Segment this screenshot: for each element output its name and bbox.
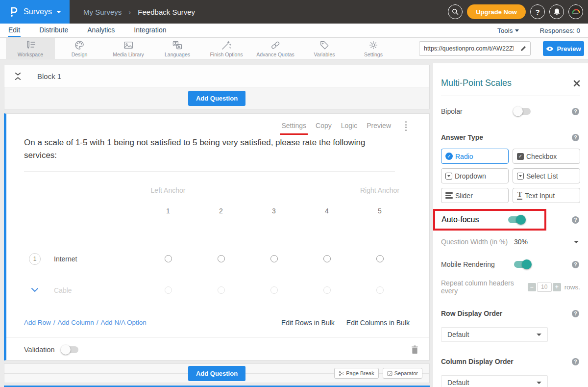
page-break-button[interactable]: Page Break [334, 368, 378, 379]
column-display-order-select[interactable]: Default [441, 375, 548, 387]
column-header[interactable]: 1 [142, 207, 195, 215]
repeat-headers-input[interactable] [537, 283, 552, 292]
edit-columns-bulk-link[interactable]: Edit Columns in Bulk [346, 319, 410, 327]
column-header[interactable]: 5 [353, 207, 406, 215]
validation-row: Validation [6, 338, 429, 354]
search-button[interactable] [448, 4, 463, 19]
answer-type-select-list[interactable]: Select List [513, 168, 580, 183]
left-anchor-label[interactable]: Left Anchor [142, 186, 195, 194]
notifications-button[interactable] [549, 4, 564, 19]
column-header[interactable]: 4 [300, 207, 353, 215]
question-width-value[interactable]: 30% [514, 238, 528, 246]
toolbar-media-library[interactable]: Media Library [104, 38, 153, 59]
toolbar-design[interactable]: Design [55, 38, 104, 59]
radio-option[interactable] [323, 286, 331, 294]
breadcrumb-my-surveys[interactable]: My Surveys [83, 8, 122, 16]
row-display-order-select[interactable]: Default [441, 327, 548, 342]
radio-option[interactable] [270, 255, 278, 262]
radio-option[interactable] [165, 286, 172, 294]
radio-option[interactable] [218, 255, 225, 262]
question-tab-preview[interactable]: Preview [367, 122, 391, 130]
radio-option[interactable] [376, 255, 384, 262]
mobile-rendering-toggle[interactable] [514, 261, 531, 268]
radio-option[interactable] [270, 286, 278, 294]
add-na-option-link[interactable]: Add N/A Option [101, 319, 147, 326]
avatar-logo-icon [570, 6, 581, 17]
question-tab-logic[interactable]: Logic [341, 122, 357, 130]
toolbar-settings[interactable]: Settings [349, 38, 398, 59]
more-options-icon[interactable] [404, 120, 408, 132]
block-title[interactable]: Block 1 [37, 72, 61, 80]
row-number-badge[interactable]: 1 [29, 253, 41, 265]
toolbar-variables[interactable]: Variables [300, 38, 349, 59]
help-icon[interactable] [572, 216, 579, 224]
toolbar-workspace[interactable]: Workspace [6, 38, 55, 59]
column-header[interactable]: 3 [247, 207, 300, 215]
mobile-rendering-label: Mobile Rendering [441, 260, 514, 268]
collapse-block-button[interactable] [14, 72, 22, 80]
answer-type-dropdown[interactable]: Dropdown [441, 168, 509, 183]
answer-type-radio[interactable]: ✓ Radio [441, 149, 509, 164]
edit-url-button[interactable] [516, 42, 530, 55]
add-question-button-bottom[interactable]: Add Question [188, 366, 245, 381]
row-expand-button[interactable] [29, 288, 41, 292]
tab-analytics[interactable]: Analytics [87, 24, 115, 37]
stepper-minus-button[interactable]: – [528, 283, 536, 291]
radio-option[interactable] [165, 255, 172, 262]
help-icon[interactable] [572, 358, 579, 365]
text-input-icon: T [517, 191, 522, 200]
auto-focus-row: Auto-focus [441, 209, 580, 231]
bipolar-toggle[interactable] [514, 108, 531, 115]
question-tab-copy[interactable]: Copy [316, 122, 332, 130]
tab-integration[interactable]: Integration [133, 24, 167, 37]
close-panel-button[interactable] [573, 80, 580, 87]
right-anchor-label[interactable]: Right Anchor [353, 186, 406, 194]
radio-option[interactable] [376, 286, 384, 294]
help-icon[interactable] [572, 310, 579, 317]
auto-focus-toggle[interactable] [508, 216, 525, 223]
upgrade-now-button[interactable]: Upgrade Now [467, 4, 526, 19]
help-button[interactable]: ? [530, 4, 545, 19]
radio-option[interactable] [218, 286, 225, 294]
breadcrumb-current: Feedback Survey [138, 8, 195, 16]
edit-rows-bulk-link[interactable]: Edit Rows in Bulk [281, 319, 335, 327]
share-url-group [419, 41, 531, 56]
add-column-link[interactable]: Add Column [58, 319, 94, 326]
help-icon[interactable] [572, 108, 579, 115]
answer-type-label: Answer Type [441, 133, 514, 141]
column-header[interactable]: 2 [195, 207, 247, 215]
tab-edit[interactable]: Edit [8, 24, 21, 37]
help-icon[interactable] [572, 134, 579, 141]
add-row-link[interactable]: Add Row [24, 319, 51, 326]
toolbar-advance-quotas[interactable]: Advance Quotas [251, 38, 300, 59]
row-label[interactable]: Cable [54, 286, 72, 294]
stepper-plus-button[interactable]: + [553, 283, 561, 291]
row-label[interactable]: Internet [54, 255, 77, 263]
chevron-down-icon[interactable] [574, 241, 579, 243]
add-question-button-top[interactable]: Add Question [188, 91, 245, 106]
answer-type-text-input[interactable]: T Text Input [513, 188, 580, 203]
answer-type-slider[interactable]: Slider [441, 188, 509, 203]
validation-toggle[interactable] [62, 346, 78, 353]
preview-button[interactable]: Preview [543, 41, 584, 56]
toolbar-finish-options[interactable]: Finish Options [202, 38, 251, 59]
question-card: Settings Copy Logic Preview On a scale o… [4, 113, 430, 361]
product-switcher[interactable]: Surveys [0, 0, 70, 24]
toolbar-languages[interactable]: Languages [153, 38, 202, 59]
checkbox-check-icon: ✓ [517, 153, 524, 160]
question-tab-settings[interactable]: Settings [281, 122, 306, 130]
separator-button[interactable]: Separator [383, 368, 422, 379]
help-icon[interactable] [572, 261, 579, 268]
row-display-order-header: Row Display Order [441, 309, 580, 318]
responses-count[interactable]: Responses: 0 [539, 27, 580, 34]
tools-menu[interactable]: Tools [497, 27, 519, 34]
tab-distribute[interactable]: Distribute [39, 24, 69, 37]
avatar[interactable] [568, 4, 583, 19]
share-url-input[interactable] [419, 45, 516, 52]
answer-type-checkbox[interactable]: ✓ Checkbox [513, 149, 580, 164]
validation-label: Validation [24, 346, 55, 354]
answer-type-grid: ✓ Radio ✓ Checkbox Dropdown Select List … [441, 149, 580, 203]
bipolar-label: Bipolar [441, 107, 514, 115]
delete-question-button[interactable] [411, 345, 418, 354]
radio-option[interactable] [323, 255, 331, 262]
